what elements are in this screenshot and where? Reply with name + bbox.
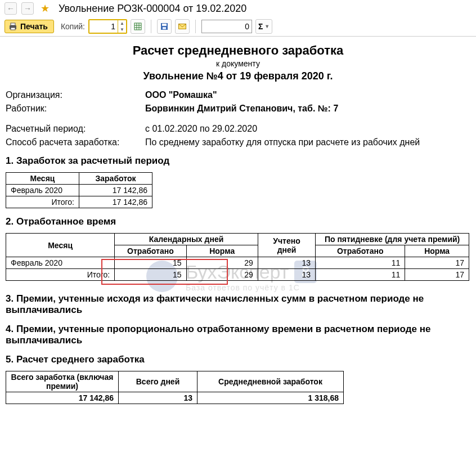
copies-label: Копий: [61, 22, 85, 31]
section-2-heading: 2. Отработанное время [6, 216, 470, 227]
col-counted-days: Учтено дней [258, 234, 315, 257]
table-row-total: Итого: 17 142,86 [6, 196, 152, 208]
cell-earnings: 17 142,86 [79, 185, 152, 196]
worker-value: Борвинкин Дмитрий Степанович, таб. №: 7 [145, 104, 338, 114]
save-button[interactable] [157, 19, 172, 34]
col-month: Месяц [6, 173, 79, 185]
table-row-total: Итого: 15 29 13 11 17 [6, 269, 469, 281]
col-earnings: Заработок [79, 173, 152, 185]
method-label: Способ расчета заработка: [6, 137, 145, 147]
cell-total-days: 13 [119, 392, 197, 404]
toolbar-separator-2 [195, 20, 196, 33]
nav-forward-button[interactable]: → [21, 2, 34, 15]
svg-rect-5 [162, 24, 167, 26]
nav-bar: ← → ★ Увольнение РО3К-000004 от 19.02.20… [0, 0, 476, 17]
envelope-icon [178, 22, 187, 31]
print-button-label: Печать [20, 22, 48, 31]
cell-month: Февраль 2020 [6, 185, 79, 196]
svg-rect-3 [134, 23, 141, 30]
numeric-field[interactable] [201, 20, 252, 33]
copies-input[interactable] [89, 20, 118, 33]
chevron-down-icon[interactable]: ▼ [118, 26, 126, 33]
report-subtitle: к документу [6, 59, 470, 68]
favorite-star-icon[interactable]: ★ [41, 2, 50, 15]
nav-back-button[interactable]: ← [5, 2, 17, 15]
cell-average-daily: 1 318,68 [197, 392, 344, 404]
section-3-heading: 3. Премии, учтенные исходя из фактически… [6, 293, 470, 316]
table-row: Февраль 2020 15 29 13 11 17 [6, 257, 469, 269]
svg-rect-2 [11, 28, 15, 30]
watermark-subtitle: База ответов по учёту в 1С [186, 283, 317, 292]
printer-icon [8, 22, 17, 31]
cell-total-label: Итого: [6, 269, 115, 281]
window-title: Увольнение РО3К-000004 от 19.02.2020 [59, 3, 246, 15]
section-5-heading: 5. Расчет среднего заработка [6, 354, 470, 365]
export-spreadsheet-button[interactable] [131, 19, 145, 34]
cell-month: Февраль 2020 [6, 257, 115, 269]
section-4-heading: 4. Премии, учтенные пропорционально отра… [6, 324, 470, 346]
average-calc-table: Всего заработка (включая премии) Всего д… [6, 371, 344, 404]
col-average-daily: Среднедневной заработок [197, 371, 344, 392]
section-1-heading: 1. Заработок за расчетный период [6, 155, 470, 167]
report-document-ref: Увольнение №4 от 19 февраля 2020 г. [6, 70, 470, 82]
col-worked-cal: Отработано [115, 245, 186, 257]
print-button[interactable]: Печать [5, 20, 54, 33]
worker-label: Работник: [6, 104, 145, 114]
diskette-icon [160, 22, 169, 31]
spreadsheet-icon [133, 22, 142, 31]
cell-total-label: Итого: [6, 196, 79, 208]
cell-worked-cal: 15 [115, 257, 186, 269]
col-worked-five: Отработано [316, 245, 405, 257]
col-month: Месяц [6, 234, 115, 257]
cell-total-worked-five: 11 [316, 269, 405, 281]
cell-norm-five: 17 [405, 257, 469, 269]
col-norm-five: Норма [405, 245, 469, 257]
cell-total-earnings: 17 142,86 [79, 196, 152, 208]
toolbar: Печать Копий: ▲ ▼ Σ ▼ [0, 17, 476, 37]
earnings-table: Месяц Заработок Февраль 2020 17 142,86 И… [6, 172, 152, 208]
svg-rect-1 [11, 23, 15, 25]
cell-total-norm-cal: 29 [186, 269, 258, 281]
worked-time-table: Месяц Календарных дней Учтено дней По пя… [6, 233, 469, 281]
chevron-up-icon[interactable]: ▲ [118, 20, 126, 26]
cell-norm-cal: 29 [186, 257, 258, 269]
cell-total-earnings: 17 142,86 [6, 392, 119, 404]
col-five-day: По пятидневке (для учета премий) [316, 234, 469, 245]
email-button[interactable] [175, 19, 190, 34]
chevron-down-icon: ▼ [264, 24, 270, 29]
period-value: с 01.02.2020 по 29.02.2020 [145, 124, 257, 134]
organization-label: Организация: [6, 90, 145, 100]
copies-spinner[interactable]: ▲ ▼ [88, 19, 127, 34]
cell-total-worked-cal: 15 [115, 269, 186, 281]
col-norm-cal: Норма [186, 245, 258, 257]
cell-counted: 13 [258, 257, 315, 269]
cell-total-norm-five: 17 [405, 269, 469, 281]
report-title: Расчет среднедневного заработка [6, 43, 470, 58]
organization-value: ООО "Ромашка" [145, 90, 217, 100]
toolbar-separator [151, 20, 151, 33]
sigma-icon: Σ [258, 22, 263, 31]
sum-button[interactable]: Σ ▼ [255, 19, 272, 34]
table-row: 17 142,86 13 1 318,68 [6, 392, 344, 404]
copies-spin-buttons[interactable]: ▲ ▼ [118, 20, 126, 33]
col-calendar-days: Календарных дней [115, 234, 258, 245]
cell-total-counted: 13 [258, 269, 315, 281]
col-total-earnings: Всего заработка (включая премии) [6, 371, 119, 392]
method-value: По среднему заработку для отпуска при ра… [145, 137, 420, 147]
table-row: Февраль 2020 17 142,86 [6, 185, 152, 196]
cell-worked-five: 11 [316, 257, 405, 269]
period-label: Расчетный период: [6, 124, 145, 134]
col-total-days: Всего дней [119, 371, 197, 392]
document-area: БухЭксперт 8 База ответов по учёту в 1С … [0, 37, 476, 411]
svg-rect-6 [163, 27, 166, 29]
